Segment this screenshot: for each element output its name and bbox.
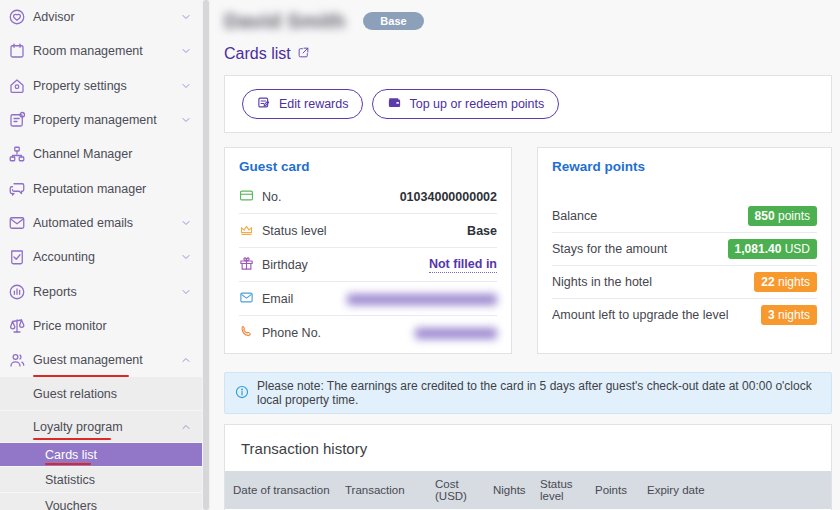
guest-card-title: Guest card: [239, 159, 497, 174]
sidebar: Advisor Room management Property setting…: [0, 0, 202, 510]
sidebar-item-price-monitor[interactable]: Price monitor: [0, 309, 202, 343]
col-points: Points: [587, 471, 639, 509]
chevron-down-icon: [180, 45, 192, 57]
row-label: Email: [262, 292, 293, 306]
sidebar-item-label: Cards list: [45, 448, 97, 462]
crown-icon: [239, 222, 254, 240]
row-label: Status level: [262, 224, 327, 238]
chevron-down-icon: [180, 286, 192, 298]
col-nights: Nights: [485, 471, 532, 509]
envelope-icon: [8, 214, 26, 232]
external-link-icon: [297, 45, 310, 63]
network-icon: [8, 145, 26, 163]
sidebar-item-automated-emails[interactable]: Automated emails: [0, 206, 202, 240]
sidebar-item-cards-list[interactable]: Cards list: [0, 443, 202, 466]
reward-points-panel: Reward points Balance 850 points Stays f…: [537, 147, 832, 354]
red-annotation-underline: [45, 463, 91, 466]
transaction-history-panel: Transaction history Date of transaction …: [224, 424, 832, 510]
sidebar-item-reports[interactable]: Reports: [0, 274, 202, 308]
sidebar-item-label: Channel Manager: [33, 147, 132, 161]
guest-management-submenu: Guest relations Loyalty program Cards li…: [0, 377, 202, 510]
sidebar-item-loyalty-program[interactable]: Loyalty program: [0, 411, 202, 442]
bar-chart-icon: [8, 283, 26, 301]
chevron-down-icon: [180, 80, 192, 92]
cards-list-link[interactable]: Cards list: [224, 45, 832, 63]
page-heading-label: Cards list: [224, 45, 291, 63]
phone-icon: [239, 324, 254, 342]
balance-badge: 850 points: [748, 206, 817, 226]
sidebar-item-label: Room management: [33, 44, 143, 58]
guest-card-row-email: Email: [239, 282, 497, 316]
guest-card-row-phone: Phone No.: [239, 316, 497, 349]
home-icon: [8, 77, 26, 95]
sidebar-item-label: Automated emails: [33, 216, 133, 230]
sidebar-item-statistics[interactable]: Statistics: [0, 467, 202, 492]
sidebar-item-label: Guest management: [33, 353, 143, 367]
upgrade-left-badge: 3 nights: [761, 305, 817, 325]
credit-card-icon: [239, 188, 254, 206]
edit-rewards-icon: [257, 95, 272, 113]
reward-row-upgrade-left: Amount left to upgrade the level 3 night…: [552, 299, 817, 331]
scrollbar-thumb[interactable]: [203, 0, 209, 510]
sidebar-item-label: Statistics: [45, 473, 95, 487]
transaction-history-title: Transaction history: [225, 425, 831, 471]
guest-card-row-birthday: Birthday Not filled in: [239, 248, 497, 282]
chevron-down-icon: [180, 251, 192, 263]
row-label: Phone No.: [262, 326, 321, 340]
people-icon: [8, 351, 26, 369]
info-icon: [235, 385, 249, 402]
sidebar-item-channel-manager[interactable]: Channel Manager: [0, 137, 202, 171]
col-date-of-transaction: Date of transaction: [225, 471, 337, 509]
sidebar-item-label: Advisor: [33, 10, 75, 24]
advisor-icon: [8, 8, 26, 26]
col-status-level: Status level: [532, 471, 587, 509]
reward-row-stays-amount: Stays for the amount 1,081.40 USD: [552, 233, 817, 266]
row-label: No.: [262, 190, 281, 204]
email-icon: [239, 290, 254, 308]
card-number-value: 01034000000002: [400, 190, 497, 204]
sidebar-item-label: Price monitor: [33, 319, 107, 333]
chevron-up-icon: [180, 421, 192, 433]
sidebar-item-property-settings[interactable]: Property settings: [0, 69, 202, 103]
sidebar-scrollbar[interactable]: [202, 0, 210, 510]
document-gear-icon: [8, 111, 26, 129]
sidebar-item-reputation-manager[interactable]: Reputation manager: [0, 171, 202, 205]
scales-icon: [8, 317, 26, 335]
chevron-up-icon: [180, 354, 192, 366]
sidebar-item-label: Accounting: [33, 250, 95, 264]
top-up-redeem-label: Top up or redeem points: [409, 97, 544, 111]
sidebar-item-label: Loyalty program: [33, 420, 123, 434]
actions-panel: Edit rewards Top up or redeem points: [224, 75, 832, 133]
edit-rewards-label: Edit rewards: [279, 97, 348, 111]
sidebar-item-label: Reports: [33, 285, 77, 299]
table-header-row: Date of transaction Transaction Cost (US…: [225, 471, 831, 509]
col-cost-usd: Cost (USD): [427, 471, 485, 509]
phone-value-redacted[interactable]: [415, 328, 497, 339]
edit-rewards-button[interactable]: Edit rewards: [242, 89, 363, 119]
sidebar-item-property-management[interactable]: Property management: [0, 103, 202, 137]
red-annotation-underline: [33, 438, 111, 441]
birthday-not-filled-link[interactable]: Not filled in: [429, 257, 497, 273]
sidebar-item-label: Vouchers: [45, 499, 97, 510]
sidebar-item-guest-management[interactable]: Guest management: [0, 343, 202, 377]
row-label: Amount left to upgrade the level: [552, 308, 729, 322]
stays-amount-badge: 1,081.40 USD: [728, 239, 817, 259]
wallet-icon: [387, 95, 402, 113]
row-label: Nights in the hotel: [552, 275, 652, 289]
chat-bubbles-icon: [8, 180, 26, 198]
chevron-down-icon: [180, 217, 192, 229]
sidebar-item-label: Property settings: [33, 79, 127, 93]
sidebar-item-label: Reputation manager: [33, 182, 146, 196]
email-value-redacted[interactable]: [347, 294, 497, 305]
guest-card-row-status: Status level Base: [239, 214, 497, 248]
main-content: David Smith Base Cards list Edit rewards…: [202, 0, 840, 510]
col-expiry-date: Expiry date: [639, 471, 831, 509]
sidebar-item-advisor[interactable]: Advisor: [0, 0, 202, 34]
sidebar-item-guest-relations[interactable]: Guest relations: [0, 377, 202, 410]
sidebar-item-vouchers[interactable]: Vouchers: [0, 493, 202, 510]
sidebar-item-room-management[interactable]: Room management: [0, 34, 202, 68]
sidebar-item-accounting[interactable]: Accounting: [0, 240, 202, 274]
status-level-value: Base: [467, 224, 497, 238]
top-up-redeem-button[interactable]: Top up or redeem points: [372, 89, 559, 119]
gift-icon: [239, 256, 254, 274]
